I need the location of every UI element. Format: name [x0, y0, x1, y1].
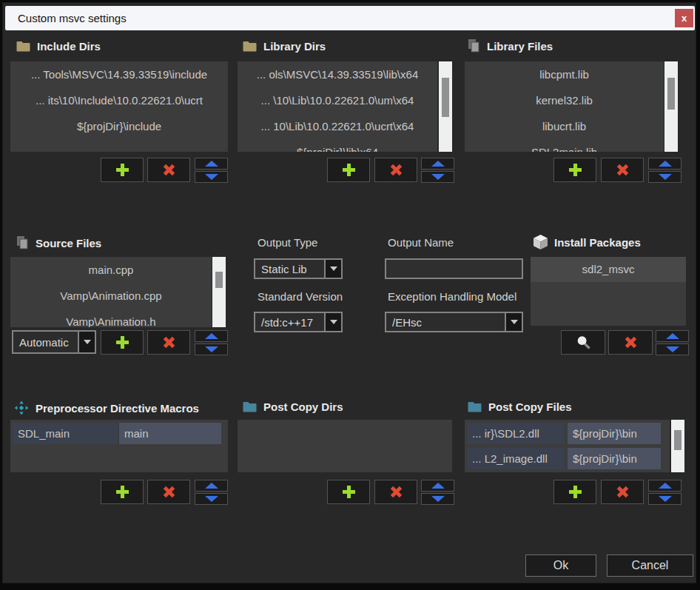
source-files-remove-button[interactable]: [147, 330, 190, 355]
standard-version-dropdown[interactable]: /std:c++17: [254, 312, 343, 332]
remove-icon: [613, 483, 631, 500]
include-dirs-add-button[interactable]: [101, 158, 144, 182]
library-files-remove-button[interactable]: [601, 158, 644, 182]
cancel-button[interactable]: Cancel: [607, 554, 693, 577]
library-files-add-button[interactable]: [553, 158, 596, 182]
library-files-scrollbar[interactable]: [664, 61, 678, 152]
post-copy-dirs-remove-button[interactable]: [374, 480, 417, 504]
list-item[interactable]: ${projDir}\include: [10, 113, 228, 139]
install-packages-header: Install Packages: [534, 235, 641, 249]
move-down-button[interactable]: [648, 171, 682, 183]
down-arrow-icon: [666, 346, 679, 352]
list-item[interactable]: Vamp\Animation.h: [10, 309, 212, 327]
list-item[interactable]: ... its\10\Include\10.0.22621.0\ucrt: [10, 87, 228, 113]
close-icon: x: [682, 13, 687, 24]
package-cube-icon: [534, 235, 548, 249]
post-copy-files-add-button[interactable]: [553, 480, 596, 504]
list-item[interactable]: kernel32.lib: [465, 87, 664, 113]
output-name-input[interactable]: [385, 258, 523, 279]
chevron-down-icon[interactable]: [324, 260, 341, 278]
macro-value-cell[interactable]: main: [119, 423, 221, 444]
preprocessor-macros-remove-button[interactable]: [147, 480, 190, 504]
panel-title: Source Files: [36, 237, 101, 249]
library-dirs-remove-button[interactable]: [374, 158, 417, 182]
copy-source-cell[interactable]: ... L2_image.dll: [467, 448, 565, 469]
move-down-button[interactable]: [195, 493, 228, 505]
source-files-list[interactable]: main.cpp Vamp\Animation.cpp Vamp\Animati…: [10, 257, 212, 327]
install-packages-search-button[interactable]: [561, 330, 605, 355]
post-copy-files-header: Post Copy Files: [468, 400, 572, 413]
source-files-reorder: [195, 330, 228, 355]
list-item[interactable]: ... 10\Lib\10.0.22621.0\ucrt\x64: [238, 113, 437, 139]
files-icon: [16, 235, 29, 250]
scrollbar-thumb[interactable]: [442, 78, 449, 117]
exception-handling-dropdown[interactable]: /EHsc: [385, 312, 523, 332]
move-down-button[interactable]: [195, 343, 228, 355]
post-copy-dirs-add-button[interactable]: [327, 480, 370, 504]
add-icon: [116, 164, 129, 176]
chevron-down-icon[interactable]: [324, 313, 341, 331]
move-up-button[interactable]: [656, 330, 689, 342]
move-up-button[interactable]: [648, 158, 682, 170]
macro-name-cell[interactable]: SDL_main: [13, 423, 118, 444]
up-arrow-icon: [431, 161, 445, 167]
copy-dest-cell[interactable]: ${projDir}\bin: [568, 423, 661, 444]
list-item[interactable]: libcpmt.lib: [465, 61, 664, 87]
list-item[interactable]: SDL2main.lib: [465, 139, 664, 152]
post-copy-dirs-list[interactable]: [238, 420, 452, 472]
add-icon: [116, 486, 129, 498]
move-down-button[interactable]: [656, 343, 689, 355]
list-item[interactable]: ... \10\Lib\10.0.22621.0\um\x64: [238, 87, 437, 113]
ok-button[interactable]: Ok: [525, 554, 596, 577]
move-up-button[interactable]: [648, 480, 682, 492]
library-dirs-list[interactable]: ... ols\MSVC\14.39.33519\lib\x64 ... \10…: [238, 61, 437, 152]
copy-dest-cell[interactable]: ${projDir}\bin: [568, 448, 661, 469]
move-up-button[interactable]: [421, 158, 454, 170]
folder-icon: [243, 41, 257, 52]
move-down-button[interactable]: [195, 171, 228, 183]
install-packages-remove-button[interactable]: [608, 330, 653, 355]
chevron-down-icon[interactable]: [78, 332, 95, 352]
library-dirs-scrollbar[interactable]: [439, 61, 452, 152]
close-button[interactable]: x: [675, 9, 693, 27]
library-files-list[interactable]: libcpmt.lib kernel32.lib libucrt.lib SDL…: [465, 61, 664, 152]
add-icon: [343, 486, 355, 498]
move-down-button[interactable]: [421, 493, 454, 505]
scrollbar-thumb[interactable]: [215, 272, 223, 288]
list-item[interactable]: ... Tools\MSVC\14.39.33519\include: [10, 61, 228, 87]
library-dirs-header: Library Dirs: [243, 40, 326, 53]
move-up-button[interactable]: [195, 480, 228, 492]
list-item[interactable]: ${projDir}\lib\x64: [238, 139, 437, 152]
move-up-button[interactable]: [195, 158, 228, 170]
source-files-mode-dropdown[interactable]: Automatic: [12, 330, 96, 354]
include-dirs-remove-button[interactable]: [147, 158, 190, 182]
post-copy-files-remove-button[interactable]: [601, 480, 644, 504]
move-down-button[interactable]: [648, 493, 682, 505]
add-icon: [569, 164, 582, 176]
library-dirs-reorder: [421, 158, 454, 183]
library-files-header: Library Files: [468, 38, 553, 53]
scrollbar-thumb[interactable]: [674, 430, 682, 450]
preprocessor-macros-add-button[interactable]: [101, 480, 144, 504]
chevron-down-icon[interactable]: [505, 313, 522, 331]
panel-title: Include Dirs: [37, 40, 101, 53]
source-files-add-button[interactable]: [101, 330, 144, 355]
post-copy-files-scrollbar[interactable]: [671, 420, 684, 472]
list-item[interactable]: ... ols\MSVC\14.39.33519\lib\x64: [238, 61, 437, 87]
list-item[interactable]: Vamp\Animation.cpp: [10, 283, 212, 309]
include-dirs-header: Include Dirs: [16, 40, 101, 53]
scrollbar-thumb[interactable]: [667, 78, 675, 110]
copy-source-cell[interactable]: ... ir}\SDL2.dll: [467, 423, 565, 444]
output-type-dropdown[interactable]: Static Lib: [254, 258, 343, 279]
list-item[interactable]: main.cpp: [10, 257, 212, 283]
include-dirs-list[interactable]: ... Tools\MSVC\14.39.33519\include ... i…: [10, 61, 228, 152]
list-item-selected[interactable]: sdl2_msvc: [531, 257, 686, 282]
install-packages-list[interactable]: sdl2_msvc: [531, 257, 686, 326]
library-dirs-add-button[interactable]: [327, 158, 370, 182]
source-files-scrollbar[interactable]: [212, 257, 226, 327]
post-copy-dirs-header: Post Copy Dirs: [243, 400, 343, 413]
move-down-button[interactable]: [421, 171, 454, 183]
list-item[interactable]: libucrt.lib: [465, 113, 664, 139]
move-up-button[interactable]: [421, 480, 454, 492]
move-up-button[interactable]: [195, 330, 228, 342]
